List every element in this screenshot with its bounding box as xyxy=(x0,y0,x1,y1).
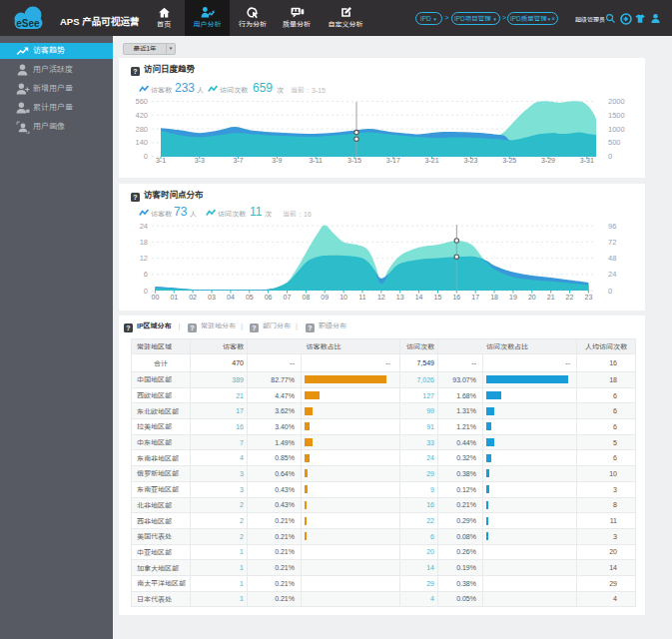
svg-text:24: 24 xyxy=(140,222,148,231)
svg-text:3-15: 3-15 xyxy=(347,157,361,164)
svg-text:05: 05 xyxy=(246,294,254,301)
svg-text:24: 24 xyxy=(608,270,616,279)
svg-text:08: 08 xyxy=(303,294,311,301)
svg-text:3-11: 3-11 xyxy=(309,157,323,164)
svg-text:0: 0 xyxy=(144,152,148,161)
svg-text:3-7: 3-7 xyxy=(234,157,244,164)
svg-text:2000: 2000 xyxy=(608,97,625,106)
svg-text:20: 20 xyxy=(528,294,536,301)
svg-text:11: 11 xyxy=(358,294,365,301)
svg-text:10: 10 xyxy=(339,294,347,301)
svg-text:22: 22 xyxy=(566,294,574,301)
svg-text:3-17: 3-17 xyxy=(386,157,400,164)
svg-text:07: 07 xyxy=(284,294,292,301)
svg-text:23: 23 xyxy=(585,294,593,301)
svg-text:3-29: 3-29 xyxy=(541,157,555,164)
svg-text:14: 14 xyxy=(415,294,423,301)
svg-text:3-3: 3-3 xyxy=(195,157,205,164)
svg-text:3-9: 3-9 xyxy=(272,157,282,164)
svg-text:560: 560 xyxy=(135,97,148,106)
svg-text:3-31: 3-31 xyxy=(580,157,594,164)
svg-text:3-25: 3-25 xyxy=(502,157,516,164)
svg-text:48: 48 xyxy=(608,254,616,263)
svg-text:02: 02 xyxy=(189,294,197,301)
svg-text:01: 01 xyxy=(170,294,178,301)
svg-text:21: 21 xyxy=(547,294,555,301)
svg-text:12: 12 xyxy=(377,294,385,301)
svg-text:3-1: 3-1 xyxy=(156,157,166,164)
svg-text:09: 09 xyxy=(321,294,329,301)
svg-text:3-21: 3-21 xyxy=(425,157,439,164)
svg-text:15: 15 xyxy=(434,294,442,301)
svg-text:04: 04 xyxy=(227,294,235,301)
svg-text:18: 18 xyxy=(490,294,498,301)
svg-text:13: 13 xyxy=(396,294,404,301)
svg-text:17: 17 xyxy=(471,294,479,301)
svg-text:500: 500 xyxy=(608,138,621,147)
svg-text:06: 06 xyxy=(265,294,273,301)
svg-text:6: 6 xyxy=(144,270,148,279)
svg-text:19: 19 xyxy=(509,294,517,301)
svg-text:3-23: 3-23 xyxy=(463,157,477,164)
svg-text:03: 03 xyxy=(208,294,216,301)
svg-text:1000: 1000 xyxy=(608,125,625,134)
svg-text:140: 140 xyxy=(135,138,148,147)
svg-text:280: 280 xyxy=(135,125,148,134)
svg-text:16: 16 xyxy=(452,294,460,301)
svg-text:0: 0 xyxy=(144,287,148,296)
svg-text:eSee: eSee xyxy=(16,18,40,29)
svg-text:18: 18 xyxy=(140,238,148,247)
svg-text:0: 0 xyxy=(608,152,612,161)
svg-text:72: 72 xyxy=(608,238,616,247)
svg-text:12: 12 xyxy=(140,254,148,263)
svg-text:0: 0 xyxy=(608,287,612,296)
svg-text:420: 420 xyxy=(135,111,148,120)
svg-text:00: 00 xyxy=(152,294,160,301)
svg-text:1500: 1500 xyxy=(608,111,625,120)
svg-text:96: 96 xyxy=(608,222,616,231)
